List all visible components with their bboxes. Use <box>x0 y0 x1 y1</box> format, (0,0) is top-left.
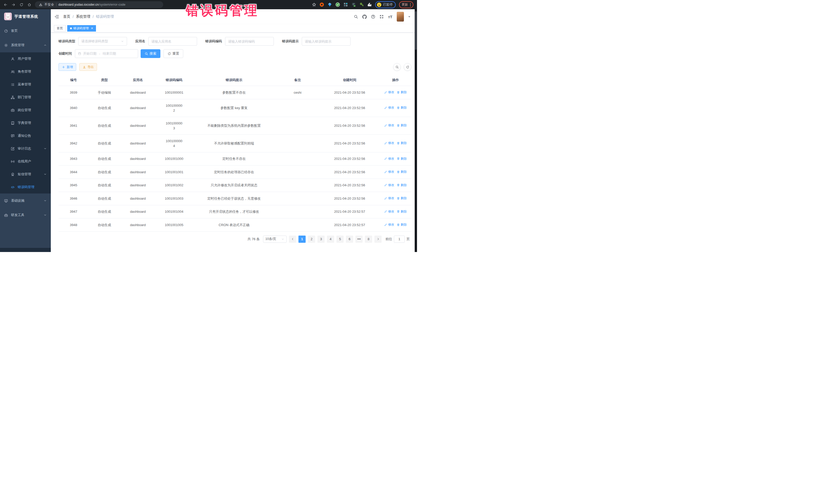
pager-page-6[interactable]: 6 <box>346 236 353 243</box>
sidebar-item-dept[interactable]: 部门管理 <box>0 91 51 104</box>
cell-created: 2021-04-20 23:52:56 <box>320 179 380 192</box>
sidebar-item-label: 菜单管理 <box>18 82 31 87</box>
delete-link[interactable]: 删除 <box>397 90 407 95</box>
help-icon[interactable] <box>371 15 375 19</box>
tab-error-code[interactable]: 错误码管理 ✕ <box>67 25 96 31</box>
font-size-icon[interactable]: ᴛT <box>388 15 392 19</box>
cell-remark <box>276 179 320 192</box>
bookmark-star-icon[interactable] <box>312 3 316 7</box>
edit-link[interactable]: 修改 <box>384 196 394 201</box>
address-bar[interactable]: 不安全 dashboard.yudao.iocoder.cn/system/er… <box>35 1 163 8</box>
cell-type: 自动生成 <box>89 117 120 134</box>
pager-page-8[interactable]: 8 <box>365 236 372 243</box>
pager-page-4[interactable]: 4 <box>327 236 334 243</box>
sidebar-item-role[interactable]: 角色管理 <box>0 65 51 78</box>
edit-link[interactable]: 修改 <box>384 90 394 95</box>
next-page-button[interactable] <box>374 236 381 243</box>
delete-link[interactable]: 删除 <box>397 183 407 188</box>
delete-link[interactable]: 删除 <box>397 196 407 201</box>
delete-link[interactable]: 删除 <box>397 222 407 227</box>
prev-page-button[interactable] <box>289 236 296 243</box>
scrollbar-thumb[interactable] <box>415 11 417 50</box>
hamburger-icon[interactable] <box>54 14 59 19</box>
sidebar-item-devtool[interactable]: 研发工具 <box>0 208 51 222</box>
sidebar-item-online[interactable]: 在线用户 <box>0 155 51 168</box>
breadcrumb-system[interactable]: 系统管理 <box>76 14 90 19</box>
delete-link[interactable]: 删除 <box>397 156 407 161</box>
edit-link[interactable]: 修改 <box>384 169 394 174</box>
extension-key-icon[interactable] <box>359 2 364 7</box>
total-count: 共 76 条 <box>247 237 260 241</box>
edit-link[interactable]: 修改 <box>384 156 394 161</box>
edit-link[interactable]: 修改 <box>384 140 394 146</box>
sidebar-item-system[interactable]: 系统管理 <box>0 38 51 52</box>
show-search-button[interactable] <box>393 63 401 71</box>
add-button[interactable]: 新增 <box>59 63 76 71</box>
edit-link[interactable]: 修改 <box>384 183 394 188</box>
edit-link[interactable]: 修改 <box>384 123 394 128</box>
pager-page-3[interactable]: 3 <box>317 236 325 243</box>
browser-menu-icon[interactable] <box>410 3 411 6</box>
goto-page-input[interactable] <box>394 236 405 243</box>
cell-remark <box>276 134 320 152</box>
delete-link[interactable]: 删除 <box>397 123 407 128</box>
browser-update-button[interactable]: 更新 <box>399 1 413 8</box>
page-size-select[interactable]: 10条/页 <box>263 236 287 243</box>
search-button[interactable]: 搜索 <box>140 49 160 58</box>
cell-type: 自动生成 <box>89 205 120 218</box>
error-msg-input[interactable] <box>305 40 348 43</box>
extension-switch-icon[interactable]: on <box>351 2 356 7</box>
edit-link[interactable]: 修改 <box>384 105 394 110</box>
forward-icon[interactable] <box>12 3 15 7</box>
extension-grid-icon[interactable] <box>343 2 348 7</box>
delete-link[interactable]: 删除 <box>397 105 407 110</box>
pager-ellipsis[interactable]: ••• <box>355 236 363 243</box>
sidebar-item-sms[interactable]: 短信管理 <box>0 168 51 181</box>
breadcrumb-home[interactable]: 首页 <box>63 14 70 19</box>
reload-icon[interactable] <box>20 3 23 7</box>
sidebar-item-user[interactable]: 用户管理 <box>0 52 51 65</box>
delete-link[interactable]: 删除 <box>397 140 407 146</box>
extension-green-check-icon[interactable] <box>335 2 340 7</box>
download-icon <box>83 65 86 69</box>
sidebar-logo[interactable]: 芋道管理系统 <box>0 9 51 24</box>
sidebar-item-home[interactable]: 首页 <box>0 24 51 38</box>
delete-link[interactable]: 删除 <box>397 169 407 174</box>
pager-page-1[interactable]: 1 <box>299 236 306 243</box>
sidebar-item-dict[interactable]: 字典管理 <box>0 116 51 129</box>
reset-button[interactable]: 重置 <box>163 49 183 58</box>
tab-close-icon[interactable]: ✕ <box>91 27 93 30</box>
user-avatar[interactable] <box>397 12 404 22</box>
header-search-icon[interactable] <box>354 15 358 19</box>
error-type-select[interactable]: 请选择错误码类型 <box>78 37 127 46</box>
extension-orange-icon[interactable] <box>320 2 324 7</box>
pager-page-2[interactable]: 2 <box>308 236 315 243</box>
browser-profile-chip[interactable]: 已暂停 <box>375 1 396 8</box>
user-menu-caret-icon[interactable] <box>408 16 410 18</box>
edit-link[interactable]: 修改 <box>384 222 394 227</box>
app-name-input[interactable] <box>151 40 194 43</box>
home-icon[interactable] <box>27 3 31 7</box>
delete-link[interactable]: 删除 <box>397 209 407 214</box>
github-icon[interactable] <box>363 15 367 19</box>
refresh-table-button[interactable] <box>404 63 411 71</box>
tab-home[interactable]: 首页 <box>54 25 66 31</box>
pager-page-5[interactable]: 5 <box>336 236 344 243</box>
fullscreen-icon[interactable] <box>379 15 383 19</box>
pagination: 共 76 条 10条/页 123456•••8 前往 页 <box>59 236 410 248</box>
sidebar-item-post[interactable]: 岗位管理 <box>0 104 51 116</box>
error-code-input[interactable] <box>228 40 271 43</box>
sidebar-item-menu[interactable]: 菜单管理 <box>0 78 51 91</box>
extensions-puzzle-icon[interactable] <box>367 2 372 7</box>
sidebar-item-notice[interactable]: 通知公告 <box>0 129 51 142</box>
window-scrollbar[interactable] <box>415 9 417 252</box>
cell-id: 3945 <box>59 179 89 192</box>
back-icon[interactable] <box>4 3 7 7</box>
extension-gem-icon[interactable] <box>327 2 332 7</box>
edit-link[interactable]: 修改 <box>384 209 394 214</box>
sidebar-item-errcode[interactable]: 错误码管理 <box>0 181 51 194</box>
export-button[interactable]: 导出 <box>79 63 97 71</box>
sidebar-item-infra[interactable]: 基础设施 <box>0 194 51 208</box>
date-range-picker[interactable]: 开始日期 - 结束日期 <box>75 49 138 58</box>
sidebar-item-audit[interactable]: 审计日志 <box>0 142 51 155</box>
